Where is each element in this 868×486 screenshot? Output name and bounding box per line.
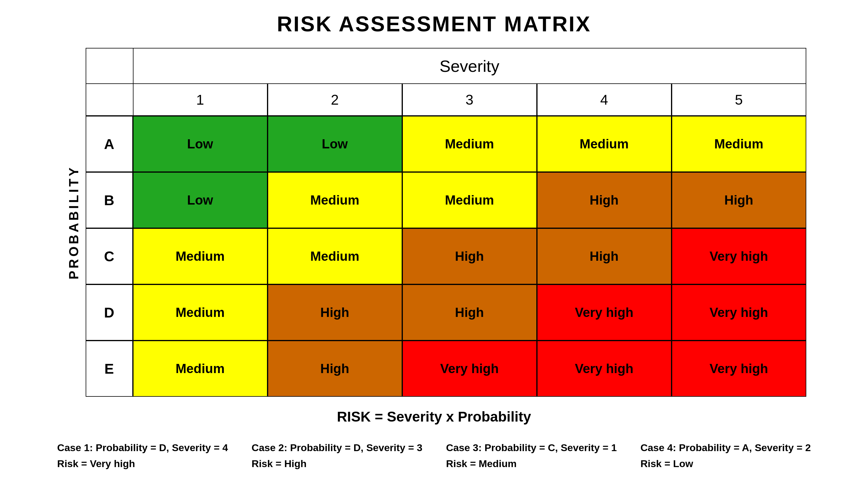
table-row: CMediumMediumHighHighVery high — [86, 228, 806, 284]
case-line2: Risk = Very high — [57, 458, 135, 469]
spacer-top-left — [86, 48, 133, 83]
table-row: DMediumHighHighVery highVery high — [86, 284, 806, 341]
row-label-B: B — [86, 172, 133, 228]
case-item-1: Case 1: Probability = D, Severity = 4Ris… — [57, 439, 228, 472]
matrix-table-area: Severity 1 2 3 4 5 ALowLowMediumMediumMe… — [86, 48, 806, 397]
case-line2: Risk = Low — [640, 458, 693, 469]
matrix-cell-B-5: High — [672, 172, 806, 228]
severity-header-wrapper: Severity — [86, 48, 806, 83]
probability-label-container: PROBABILITY — [62, 48, 86, 397]
severity-num-2: 2 — [268, 83, 402, 116]
row-header-spacer — [86, 83, 133, 116]
table-row: BLowMediumMediumHighHigh — [86, 172, 806, 228]
severity-header-cell: Severity — [133, 48, 806, 83]
table-row: EMediumHighVery highVery highVery high — [86, 341, 806, 397]
severity-num-4: 4 — [537, 83, 672, 116]
matrix-cell-E-5: Very high — [672, 341, 806, 397]
severity-num-5: 5 — [672, 83, 806, 116]
matrix-cell-C-2: Medium — [268, 228, 402, 284]
matrix-container: PROBABILITY Severity 1 2 3 4 5 ALowLowMe… — [62, 48, 806, 397]
matrix-cell-A-5: Medium — [672, 116, 806, 172]
matrix-cell-C-5: Very high — [672, 228, 806, 284]
matrix-cell-E-1: Medium — [133, 341, 268, 397]
row-label-C: C — [86, 228, 133, 284]
severity-num-3: 3 — [402, 83, 537, 116]
matrix-cell-B-3: Medium — [402, 172, 537, 228]
matrix-cell-B-1: Low — [133, 172, 268, 228]
row-label-D: D — [86, 284, 133, 341]
matrix-cell-B-2: Medium — [268, 172, 402, 228]
matrix-cell-E-4: Very high — [537, 341, 672, 397]
case-line2: Risk = High — [252, 458, 307, 469]
row-label-E: E — [86, 341, 133, 397]
matrix-cell-C-3: High — [402, 228, 537, 284]
case-line1: Case 3: Probability = C, Severity = 1 — [446, 442, 617, 453]
row-label-A: A — [86, 116, 133, 172]
matrix-cell-A-4: Medium — [537, 116, 672, 172]
cases-row: Case 1: Probability = D, Severity = 4Ris… — [57, 439, 811, 472]
probability-label: PROBABILITY — [66, 165, 81, 279]
matrix-cell-E-3: Very high — [402, 341, 537, 397]
matrix-cell-A-3: Medium — [402, 116, 537, 172]
matrix-cell-A-1: Low — [133, 116, 268, 172]
matrix-cell-E-2: High — [268, 341, 402, 397]
matrix-cell-C-1: Medium — [133, 228, 268, 284]
matrix-wrapper: PROBABILITY Severity 1 2 3 4 5 ALowLowMe… — [57, 48, 811, 472]
severity-numbers-row: 1 2 3 4 5 — [86, 83, 806, 116]
matrix-cell-D-5: Very high — [672, 284, 806, 341]
case-line1: Case 2: Probability = D, Severity = 3 — [252, 442, 422, 453]
matrix-cell-D-1: Medium — [133, 284, 268, 341]
case-line2: Risk = Medium — [446, 458, 517, 469]
case-line1: Case 1: Probability = D, Severity = 4 — [57, 442, 228, 453]
case-item-2: Case 2: Probability = D, Severity = 3Ris… — [252, 439, 422, 472]
matrix-cell-D-3: High — [402, 284, 537, 341]
case-line1: Case 4: Probability = A, Severity = 2 — [640, 442, 811, 453]
data-rows: ALowLowMediumMediumMediumBLowMediumMediu… — [86, 116, 806, 397]
table-row: ALowLowMediumMediumMedium — [86, 116, 806, 172]
formula-text: RISK = Severity x Probability — [337, 408, 531, 425]
case-item-3: Case 3: Probability = C, Severity = 1Ris… — [446, 439, 617, 472]
matrix-cell-C-4: High — [537, 228, 672, 284]
matrix-cell-D-2: High — [268, 284, 402, 341]
severity-num-1: 1 — [133, 83, 268, 116]
matrix-cell-B-4: High — [537, 172, 672, 228]
matrix-cell-A-2: Low — [268, 116, 402, 172]
case-item-4: Case 4: Probability = A, Severity = 2Ris… — [640, 439, 811, 472]
matrix-cell-D-4: Very high — [537, 284, 672, 341]
page-title: RISK ASSESSMENT MATRIX — [277, 12, 591, 36]
